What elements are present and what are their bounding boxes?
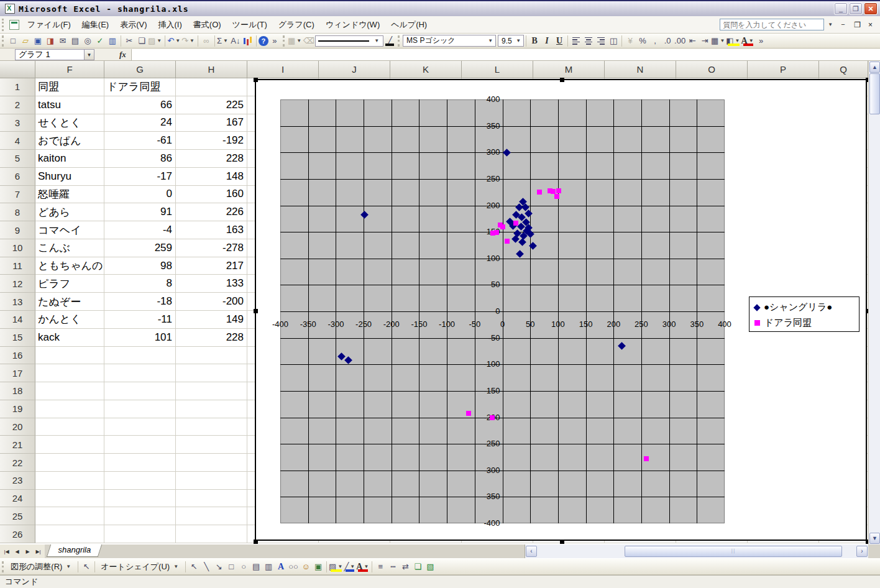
cell-F2[interactable]: tatsu <box>35 96 104 114</box>
cell-H11[interactable]: 217 <box>176 257 247 275</box>
row-header-5[interactable]: 5 <box>0 150 35 168</box>
cell-H2[interactable]: 225 <box>176 96 247 114</box>
maximize-button[interactable]: ❐ <box>849 2 863 15</box>
standard-sort-ascending-icon[interactable]: A↓ <box>229 35 242 47</box>
drawing-line-color-icon[interactable]: ╱▼ <box>344 561 356 573</box>
formatting-increase-decimal-icon[interactable]: .0 <box>661 35 674 47</box>
drawing-line-icon[interactable]: ╲ <box>200 561 213 573</box>
row-header-13[interactable]: 13 <box>0 293 35 311</box>
cell-F6[interactable]: Shuryu <box>35 168 104 186</box>
select-all-corner[interactable] <box>0 61 35 78</box>
cell-G23[interactable] <box>104 472 176 490</box>
cell-F1[interactable]: 同盟 <box>35 78 104 96</box>
row-header-23[interactable]: 23 <box>0 472 35 490</box>
borders-erase-border-icon[interactable]: ⌫ <box>303 35 315 47</box>
standard-chart-wizard-icon[interactable] <box>242 35 254 47</box>
row-header-10[interactable]: 10 <box>0 239 35 257</box>
chart-selection-handle[interactable] <box>866 540 868 544</box>
drawing-arrow-style-icon[interactable]: ⇄ <box>399 561 411 573</box>
cell-H7[interactable]: 160 <box>176 186 247 204</box>
standard-paste-icon[interactable]: ▨▼ <box>148 35 163 47</box>
formatting-toolbar-options-icon[interactable]: » <box>755 35 768 47</box>
formatting-percent-style-icon[interactable]: % <box>636 35 649 47</box>
data-point-series-1[interactable] <box>490 415 495 420</box>
cell-F7[interactable]: 怒唾羅 <box>35 186 104 204</box>
standard-research-icon[interactable]: ▥ <box>106 35 119 47</box>
row-header-16[interactable]: 16 <box>0 347 35 365</box>
cell-F10[interactable]: こんぶ <box>35 239 104 257</box>
chart-selection-handle[interactable] <box>866 78 868 82</box>
cell-H16[interactable] <box>176 347 247 365</box>
borders-draw-border-icon[interactable]: ▦▼ <box>288 35 303 47</box>
cell-G25[interactable] <box>104 507 176 525</box>
cell-F16[interactable] <box>35 347 104 365</box>
cell-F8[interactable]: どあら <box>35 203 104 221</box>
cell-F18[interactable] <box>35 382 104 400</box>
row-header-19[interactable]: 19 <box>0 400 35 418</box>
cell-G9[interactable]: -4 <box>104 221 176 239</box>
question-dropdown-icon[interactable]: ▼ <box>827 22 834 27</box>
scroll-right-button[interactable]: › <box>856 546 868 557</box>
cell-H24[interactable] <box>176 490 247 508</box>
menu-item-file[interactable]: ファイル(F) <box>22 17 76 33</box>
cell-G22[interactable] <box>104 454 176 472</box>
cell-H4[interactable]: -192 <box>176 132 247 150</box>
cell-G13[interactable]: -18 <box>104 293 176 311</box>
minimize-button[interactable]: _ <box>834 2 848 15</box>
cell-F9[interactable]: コマヘイ <box>35 221 104 239</box>
data-point-series-1[interactable] <box>554 194 559 199</box>
font-name-combo[interactable]: MS Pゴシック▼ <box>403 35 496 47</box>
standard-help-icon[interactable]: ? <box>259 36 268 46</box>
menu-item-insert[interactable]: 挿入(I) <box>153 17 188 33</box>
font-size-combo[interactable]: 9.5▼ <box>498 35 524 47</box>
drawing-select-objects-icon[interactable]: ↖ <box>188 561 200 573</box>
close-button[interactable]: ✕ <box>864 2 878 15</box>
cell-G26[interactable] <box>104 525 176 543</box>
row-header-24[interactable]: 24 <box>0 490 35 508</box>
question-input[interactable] <box>720 19 824 30</box>
data-point-series-1[interactable] <box>513 221 518 226</box>
drawing-dash-style-icon[interactable]: ┅ <box>387 561 399 573</box>
column-header-I[interactable]: I <box>247 61 319 78</box>
drawing-vertical-text-box-icon[interactable]: ▥ <box>262 561 275 573</box>
formatting-toolbar-drag-handle[interactable] <box>398 35 401 47</box>
row-header-18[interactable]: 18 <box>0 382 35 400</box>
cell-F25[interactable] <box>35 507 104 525</box>
cell-H20[interactable] <box>176 418 247 436</box>
vertical-scrollbar[interactable]: ▲ ▼ <box>868 61 880 544</box>
row-header-11[interactable]: 11 <box>0 257 35 275</box>
drawing-diagram-icon[interactable]: ○○ <box>287 561 300 573</box>
column-header-Q[interactable]: Q <box>819 61 868 78</box>
toolbar-drag-handle[interactable] <box>2 35 5 47</box>
scroll-down-button[interactable]: ▼ <box>869 533 880 544</box>
standard-save-icon[interactable]: ▣ <box>32 35 44 47</box>
column-header-J[interactable]: J <box>319 61 390 78</box>
drawing-line-style-icon[interactable]: ≡ <box>374 561 387 573</box>
chart-selection-handle[interactable] <box>866 309 868 313</box>
formatting-underline-icon[interactable]: U <box>553 35 566 47</box>
cell-G18[interactable] <box>104 382 176 400</box>
doc-close-button[interactable]: × <box>866 21 875 29</box>
align-right-button[interactable] <box>595 35 607 47</box>
menu-item-chart[interactable]: グラフ(C) <box>273 17 320 33</box>
chart-selection-handle[interactable] <box>560 540 564 544</box>
data-point-series-1[interactable] <box>505 239 510 244</box>
scroll-up-button[interactable]: ▲ <box>869 62 880 73</box>
cell-G3[interactable]: 24 <box>104 114 176 132</box>
standard-copy-icon[interactable]: ❏ <box>135 35 148 47</box>
chart-selection-handle[interactable] <box>254 540 258 544</box>
menu-item-format[interactable]: 書式(O) <box>188 17 227 33</box>
row-header-1[interactable]: 1 <box>0 78 35 96</box>
cell-F3[interactable]: せくとく <box>35 114 104 132</box>
drawing-shadow-style-icon[interactable]: ❏ <box>411 561 424 573</box>
cell-F20[interactable] <box>35 418 104 436</box>
row-header-26[interactable]: 26 <box>0 525 35 543</box>
doc-restore-button[interactable]: ❐ <box>851 21 863 29</box>
row-header-7[interactable]: 7 <box>0 186 35 204</box>
vertical-scroll-thumb[interactable] <box>869 73 880 114</box>
cell-F21[interactable] <box>35 436 104 454</box>
row-header-6[interactable]: 6 <box>0 168 35 186</box>
cell-H14[interactable]: 149 <box>176 311 247 329</box>
column-header-G[interactable]: G <box>104 61 176 78</box>
cell-F22[interactable] <box>35 454 104 472</box>
